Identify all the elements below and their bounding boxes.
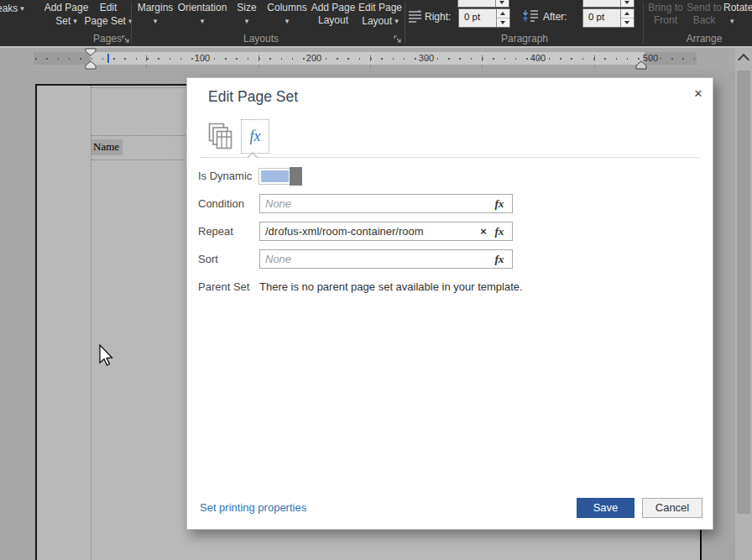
- table-column-gridline: [91, 86, 91, 560]
- fx-formula-icon[interactable]: fx: [493, 222, 506, 241]
- mouse-cursor-icon: [99, 344, 115, 368]
- is-dynamic-label: Is Dynamic: [198, 166, 252, 186]
- field-value: [583, 0, 620, 7]
- ruler-ticks: [35, 58, 695, 60]
- paragraph-field-partial[interactable]: [582, 0, 634, 8]
- ruler-subtick: [594, 65, 595, 69]
- bring-to-front-button: Bring to Front: [646, 2, 685, 27]
- vertical-scrollbar[interactable]: [735, 48, 752, 560]
- spinner-up-icon[interactable]: [497, 9, 509, 18]
- scrollbar-thumb[interactable]: [737, 71, 750, 514]
- pages-dialog-launcher-icon[interactable]: [122, 35, 130, 44]
- fx-formula-icon[interactable]: fx: [493, 194, 506, 213]
- repeat-input[interactable]: [259, 222, 513, 241]
- tab-separator: [200, 157, 700, 158]
- add-page-layout-button[interactable]: Add Page Layout: [311, 2, 356, 27]
- cancel-button[interactable]: Cancel: [642, 498, 702, 518]
- right-indent-field[interactable]: 0 pt: [458, 8, 510, 28]
- group-separator: [643, 3, 644, 44]
- group-separator: [131, 3, 132, 44]
- spinner[interactable]: [496, 9, 509, 27]
- field-value: 0 pt: [583, 9, 620, 27]
- repeat-label: Repeat: [198, 222, 233, 241]
- condition-label: Condition: [198, 194, 244, 213]
- paragraph-field-partial[interactable]: [457, 0, 509, 8]
- ruler-tick: [258, 55, 259, 61]
- breaks-button[interactable]: Breaks: [0, 2, 24, 15]
- set-printing-properties-link[interactable]: Set printing properties: [200, 501, 306, 514]
- toggle-on-fill: [261, 170, 289, 182]
- edit-page-set-label-1: Edit: [100, 2, 118, 14]
- dropdown-arrow-icon: [285, 14, 290, 28]
- ruler-mark: 400: [530, 52, 546, 65]
- add-page-set-label-2: Set: [55, 15, 70, 28]
- spinner-down-icon[interactable]: [497, 18, 509, 27]
- ruler-subtick: [370, 65, 371, 69]
- app-window: Breaks Add Page Set Edit Page Set Pages …: [0, 0, 752, 560]
- rotate-button[interactable]: Rotate: [723, 2, 752, 28]
- dropdown-arrow-icon: [154, 14, 158, 28]
- horizontal-ruler[interactable]: 100 200 300 400 500: [0, 48, 735, 71]
- breaks-label: Breaks: [0, 3, 18, 15]
- add-page-layout-label-2: Layout: [318, 14, 348, 27]
- save-button[interactable]: Save: [577, 498, 634, 518]
- fx-tab[interactable]: fx: [241, 119, 269, 154]
- spacing-after-field[interactable]: 0 pt: [582, 8, 634, 28]
- table-cell-name[interactable]: Name: [91, 139, 123, 155]
- bring-to-front-label-1: Bring to: [648, 2, 682, 14]
- margins-button[interactable]: Margins: [134, 2, 176, 28]
- spacing-after-label: After:: [543, 11, 567, 23]
- ruler-tick: [594, 55, 595, 61]
- edit-page-layout-label-2: Layout: [362, 15, 392, 28]
- parent-set-message: There is no parent page set available in…: [259, 277, 523, 296]
- sort-label: Sort: [198, 249, 218, 269]
- edit-page-set-button[interactable]: Edit Page Set: [84, 2, 133, 28]
- ruler-mark: 100: [195, 52, 210, 65]
- is-dynamic-toggle[interactable]: [258, 168, 302, 185]
- size-button[interactable]: Size: [233, 2, 260, 28]
- ruler-tick: [370, 55, 371, 61]
- page-set-tab-icon[interactable]: [208, 123, 233, 149]
- first-line-indent-marker[interactable]: [85, 48, 97, 56]
- fx-tab-label: fx: [250, 128, 261, 145]
- spinner-up-icon[interactable]: [621, 9, 634, 18]
- field-value: [458, 0, 495, 7]
- ruler-tick: [482, 55, 483, 61]
- spinner[interactable]: [495, 0, 509, 7]
- group-separator: [405, 3, 405, 44]
- layouts-dialog-launcher-icon[interactable]: [394, 35, 402, 44]
- bring-to-front-label-2: Front: [654, 14, 677, 27]
- ruler-subtick: [482, 65, 483, 69]
- edit-page-layout-button[interactable]: Edit Page Layout: [356, 2, 405, 28]
- spinner-down-icon[interactable]: [496, 0, 509, 7]
- send-to-back-button: Send to Back: [686, 2, 723, 27]
- spinner-down-icon[interactable]: [621, 0, 634, 7]
- columns-label: Columns: [267, 2, 306, 14]
- scroll-up-icon[interactable]: [738, 54, 749, 65]
- close-icon[interactable]: ✕: [689, 85, 708, 103]
- dialog-title: Edit Page Set: [208, 88, 298, 106]
- ruler-tick: [146, 55, 147, 61]
- orientation-button[interactable]: Orientation: [176, 2, 228, 28]
- sort-input[interactable]: [259, 249, 513, 269]
- right-indent-marker[interactable]: [635, 60, 647, 70]
- dropdown-arrow-icon: [201, 14, 205, 28]
- left-indent-marker[interactable]: [85, 60, 97, 70]
- ruler-strip: 100 200 300 400 500: [34, 52, 697, 65]
- fx-formula-icon[interactable]: fx: [493, 249, 506, 269]
- toggle-thumb[interactable]: [290, 167, 302, 186]
- add-page-set-label-1: Add Page: [44, 2, 89, 14]
- clear-icon[interactable]: ×: [478, 222, 489, 241]
- ruler-mark: 200: [306, 52, 321, 65]
- group-label-paragraph: Paragraph: [491, 33, 558, 44]
- send-to-back-label-1: Send to: [687, 2, 721, 14]
- spinner-down-icon[interactable]: [621, 18, 634, 27]
- dropdown-arrow-icon: [245, 14, 249, 28]
- right-indent-label: Right:: [425, 11, 451, 23]
- edit-page-layout-label-1: Edit Page: [358, 2, 402, 14]
- columns-button[interactable]: Columns: [265, 2, 309, 28]
- spinner[interactable]: [620, 0, 634, 7]
- condition-input[interactable]: [259, 194, 513, 213]
- ruler-subtick: [258, 65, 259, 69]
- spinner[interactable]: [620, 9, 634, 27]
